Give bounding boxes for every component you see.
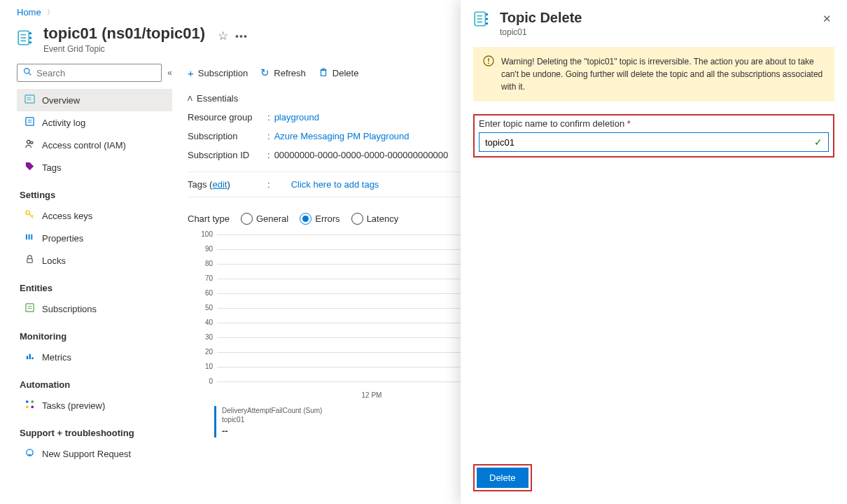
refresh-icon: ↻ — [260, 66, 270, 79]
radio-icon — [351, 213, 363, 225]
svg-point-7 — [24, 69, 29, 74]
sidebar-section-settings: Settings — [20, 190, 172, 200]
event-grid-topic-icon — [17, 29, 35, 47]
lock-icon — [24, 254, 35, 267]
search-icon — [23, 67, 32, 78]
subscription-id-value: 00000000-0000-0000-0000-000000000000 — [274, 150, 449, 160]
subscription-id-label: Subscription ID — [188, 150, 267, 160]
subscriptions-icon — [24, 302, 35, 315]
chart-type-general[interactable]: General — [241, 213, 288, 225]
toolbar-label: Subscription — [198, 68, 248, 78]
sidebar-item-new-support[interactable]: New Support Request — [17, 442, 172, 465]
refresh-button[interactable]: ↻ Refresh — [260, 66, 306, 79]
breadcrumb-home[interactable]: Home — [17, 7, 41, 18]
add-tags-link[interactable]: Click here to add tags — [291, 179, 379, 190]
confirm-section: Enter topic name to confirm deletion * ✓ — [473, 114, 834, 158]
svg-point-44 — [486, 22, 488, 24]
chevron-right-icon: 〉 — [47, 8, 54, 18]
confirm-topic-input[interactable] — [485, 137, 814, 148]
overview-icon — [24, 94, 35, 106]
svg-point-16 — [30, 141, 32, 144]
required-asterisk: * — [627, 118, 631, 129]
check-icon: ✓ — [814, 136, 822, 148]
tasks-icon — [24, 399, 35, 412]
resource-group-link[interactable]: playground — [274, 112, 319, 122]
sidebar-item-properties[interactable]: Properties — [17, 227, 172, 249]
search-input[interactable] — [36, 68, 155, 78]
sidebar-item-label: Access keys — [42, 211, 92, 221]
sidebar-item-label: New Support Request — [42, 449, 131, 459]
confirm-input-container[interactable]: ✓ — [479, 132, 829, 152]
sidebar-item-label: Tags — [42, 162, 61, 173]
sidebar-item-tags[interactable]: Tags — [17, 156, 172, 178]
svg-point-15 — [27, 140, 30, 144]
page-title: topic01 (ns01/topic01) — [43, 24, 205, 43]
sidebar: « Overview Activity log Access control (… — [0, 61, 179, 504]
y-tick-label: 20 — [192, 348, 213, 356]
sidebar-item-access-control[interactable]: Access control (IAM) — [17, 134, 172, 156]
svg-point-43 — [486, 18, 488, 20]
sidebar-item-locks[interactable]: Locks — [17, 249, 172, 272]
radio-checked-icon — [300, 213, 312, 225]
activity-log-icon — [24, 116, 35, 129]
collapse-sidebar-icon[interactable]: « — [167, 68, 172, 78]
support-icon — [24, 447, 35, 460]
svg-point-6 — [29, 41, 31, 43]
sidebar-search[interactable] — [17, 64, 162, 82]
delete-button[interactable]: Delete — [318, 66, 359, 79]
sidebar-item-activity-log[interactable]: Activity log — [17, 111, 172, 134]
svg-rect-29 — [31, 357, 33, 359]
svg-rect-9 — [24, 95, 34, 103]
sidebar-section-monitoring: Monitoring — [20, 331, 172, 342]
page-subtitle: Event Grid Topic — [43, 44, 205, 54]
sidebar-item-label: Subscriptions — [42, 304, 97, 314]
sidebar-item-tasks[interactable]: Tasks (preview) — [17, 394, 172, 416]
sidebar-item-subscriptions[interactable]: Subscriptions — [17, 298, 172, 320]
warning-message: Warning! Deleting the "topic01" topic is… — [473, 47, 834, 102]
svg-point-47 — [488, 63, 489, 64]
sidebar-item-label: Tasks (preview) — [42, 400, 105, 411]
edit-tags-link[interactable]: edit — [212, 179, 227, 190]
toolbar-label: Delete — [332, 68, 359, 78]
sidebar-item-metrics[interactable]: Metrics — [17, 346, 172, 368]
y-tick-label: 10 — [192, 363, 213, 370]
svg-rect-28 — [29, 354, 30, 360]
svg-point-30 — [25, 400, 28, 403]
sidebar-item-label: Properties — [42, 233, 83, 244]
svg-point-33 — [31, 405, 34, 408]
warning-icon — [483, 55, 494, 93]
y-tick-label: 60 — [192, 289, 213, 297]
subscription-link[interactable]: Azure Messaging PM Playground — [274, 131, 410, 141]
toolbar-label: Refresh — [274, 68, 306, 78]
event-grid-topic-icon — [473, 10, 491, 28]
y-tick-label: 70 — [192, 274, 213, 282]
properties-icon — [24, 232, 35, 244]
key-icon — [24, 209, 35, 222]
warning-text: Warning! Deleting the "topic01" topic is… — [501, 55, 825, 93]
sidebar-section-automation: Automation — [20, 379, 172, 390]
sidebar-item-label: Metrics — [42, 352, 71, 363]
chart-type-label: Chart type — [188, 214, 230, 224]
chart-type-errors[interactable]: Errors — [300, 213, 340, 225]
metrics-icon — [24, 351, 35, 363]
y-tick-label: 0 — [192, 377, 213, 385]
close-icon[interactable]: ✕ — [820, 10, 834, 28]
svg-rect-12 — [25, 118, 33, 125]
svg-rect-24 — [25, 304, 33, 312]
svg-point-32 — [25, 405, 28, 408]
panel-title: Topic Delete — [500, 10, 582, 26]
svg-point-4 — [29, 32, 31, 34]
more-actions-icon[interactable]: ••• — [235, 31, 248, 42]
delete-panel: Topic Delete topic01 ✕ Warning! Deleting… — [461, 0, 847, 504]
sidebar-item-overview[interactable]: Overview — [17, 89, 172, 111]
sidebar-item-access-keys[interactable]: Access keys — [17, 204, 172, 227]
chart-type-latency[interactable]: Latency — [351, 213, 399, 225]
people-icon — [24, 139, 35, 151]
confirm-delete-button[interactable]: Delete — [477, 468, 528, 488]
chevron-up-icon: ᐱ — [188, 94, 192, 102]
favorite-star-icon[interactable]: ☆ — [218, 29, 228, 43]
subscription-button[interactable]: + Subscription — [188, 66, 248, 79]
radio-label: Latency — [367, 214, 399, 224]
svg-line-19 — [31, 215, 33, 216]
tag-icon — [24, 161, 35, 174]
